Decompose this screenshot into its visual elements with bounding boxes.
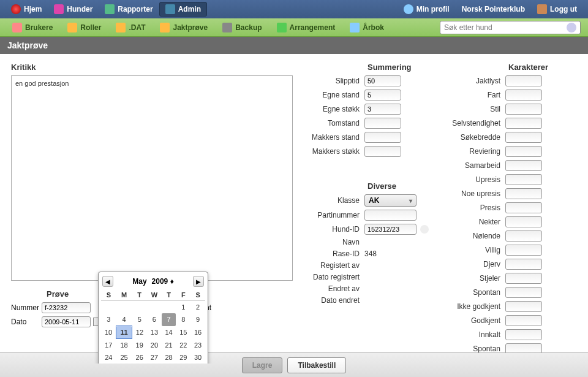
subnav-jaktprove[interactable]: Jaktprøve bbox=[153, 20, 215, 35]
karakter-input[interactable] bbox=[505, 273, 542, 284]
datepicker-table: SMTWTFS 12345678910111213141516171819202… bbox=[101, 289, 205, 364]
karakter-input[interactable] bbox=[505, 202, 542, 213]
datepicker-day[interactable]: 7 bbox=[162, 313, 176, 326]
nav-logout[interactable]: Logg ut bbox=[531, 2, 583, 17]
datepicker-day[interactable]: 27 bbox=[147, 351, 162, 364]
search-input[interactable] bbox=[444, 23, 567, 32]
datepicker-day[interactable]: 13 bbox=[147, 326, 162, 339]
datepicker-day[interactable]: 29 bbox=[176, 351, 190, 364]
karakter-input[interactable] bbox=[505, 89, 542, 101]
search-box[interactable] bbox=[440, 21, 581, 34]
nav-rapporter[interactable]: Rapporter bbox=[99, 2, 159, 17]
nav-hjem[interactable]: Hjem bbox=[5, 2, 48, 17]
datepicker-dow: F bbox=[176, 289, 190, 301]
karakter-label: Stil bbox=[447, 105, 505, 113]
karakter-input[interactable] bbox=[505, 287, 542, 298]
summering-input[interactable] bbox=[364, 118, 401, 129]
diverse-input[interactable] bbox=[364, 210, 417, 221]
nav-klub[interactable]: Norsk Pointerklub bbox=[456, 2, 531, 16]
datepicker-day[interactable]: 24 bbox=[101, 351, 116, 364]
karakter-input[interactable] bbox=[505, 118, 542, 129]
nav-profil[interactable]: Min profil bbox=[398, 2, 456, 17]
datepicker-day[interactable]: 15 bbox=[176, 326, 190, 339]
datepicker-day[interactable]: 1 bbox=[176, 301, 190, 314]
karakter-input[interactable] bbox=[505, 230, 542, 242]
datepicker-day[interactable]: 11 bbox=[116, 326, 132, 339]
dato-input[interactable] bbox=[42, 316, 91, 327]
datepicker-day[interactable]: 5 bbox=[132, 313, 147, 326]
datepicker-day[interactable]: 16 bbox=[190, 326, 205, 339]
summering-input[interactable] bbox=[364, 75, 401, 86]
karakter-input[interactable] bbox=[505, 188, 542, 199]
datepicker-day[interactable]: 30 bbox=[190, 351, 205, 364]
datepicker-day[interactable]: 26 bbox=[132, 351, 147, 364]
datepicker-day bbox=[101, 301, 116, 314]
reset-button[interactable]: Tilbakestill bbox=[287, 357, 346, 373]
karakter-label: Godkjent bbox=[447, 316, 505, 325]
datepicker-day[interactable]: 21 bbox=[162, 339, 176, 352]
datepicker-year[interactable]: 2009 bbox=[152, 277, 168, 286]
save-button[interactable]: Lagre bbox=[242, 357, 283, 373]
karakter-input[interactable] bbox=[505, 75, 542, 86]
karakter-input[interactable] bbox=[505, 259, 542, 270]
datepicker-day[interactable]: 14 bbox=[162, 326, 176, 339]
datepicker-day[interactable]: 9 bbox=[190, 313, 205, 326]
subnav-dat[interactable]: .DAT bbox=[108, 20, 153, 35]
karakter-input[interactable] bbox=[505, 245, 542, 256]
dog-icon bbox=[54, 4, 64, 14]
datepicker-day[interactable]: 23 bbox=[190, 339, 205, 352]
datepicker-dow: T bbox=[162, 289, 176, 301]
datepicker-day[interactable]: 17 bbox=[101, 339, 116, 352]
datepicker-day[interactable]: 4 bbox=[116, 313, 132, 326]
summering-input[interactable] bbox=[364, 132, 401, 143]
subnav-brukere[interactable]: Brukere bbox=[5, 20, 60, 35]
datepicker-day[interactable]: 10 bbox=[101, 326, 116, 339]
datepicker-day[interactable]: 28 bbox=[162, 351, 176, 364]
content-area: Kritikk en god prestasjon Prøve Nummer U… bbox=[0, 54, 588, 364]
datepicker-day[interactable]: 3 bbox=[101, 313, 116, 326]
nav-hunder[interactable]: Hunder bbox=[48, 2, 99, 17]
datepicker-next[interactable]: ▶ bbox=[193, 276, 204, 287]
subnav-arrangement[interactable]: Arrangement bbox=[270, 20, 343, 35]
bulb-icon bbox=[420, 225, 429, 234]
diverse-label: Registert av bbox=[306, 261, 364, 270]
karakter-input[interactable] bbox=[505, 329, 542, 340]
datepicker-day[interactable]: 22 bbox=[176, 339, 190, 352]
karakter-input[interactable] bbox=[505, 160, 542, 171]
datepicker-day[interactable]: 18 bbox=[116, 339, 132, 352]
subnav-backup[interactable]: Backup bbox=[215, 20, 269, 35]
karakter-input[interactable] bbox=[505, 315, 542, 326]
subnav-arbok[interactable]: Årbok bbox=[342, 20, 391, 35]
kritikk-textarea[interactable]: en god prestasjon bbox=[11, 75, 293, 281]
datepicker-day[interactable]: 2 bbox=[190, 301, 205, 314]
klasse-label: Klasse bbox=[306, 196, 364, 205]
subnav-roller[interactable]: Roller bbox=[60, 20, 108, 35]
datepicker-day[interactable]: 6 bbox=[147, 313, 162, 326]
karakter-input[interactable] bbox=[505, 104, 542, 115]
datepicker-day[interactable]: 25 bbox=[116, 351, 132, 364]
summering-input[interactable] bbox=[364, 89, 401, 101]
search-icon[interactable] bbox=[567, 23, 576, 32]
summering-input[interactable] bbox=[364, 104, 401, 115]
karakter-label: Fart bbox=[447, 91, 505, 99]
karakter-input[interactable] bbox=[505, 216, 542, 227]
karakter-label: Djerv bbox=[447, 260, 505, 268]
datepicker-day[interactable]: 8 bbox=[176, 313, 190, 326]
datepicker-day bbox=[147, 301, 162, 314]
datepicker-month[interactable]: May bbox=[132, 277, 146, 286]
datepicker-day[interactable]: 19 bbox=[132, 339, 147, 352]
datepicker-prev[interactable]: ◀ bbox=[102, 276, 113, 287]
karakter-input[interactable] bbox=[505, 132, 542, 143]
nummer-input[interactable] bbox=[42, 302, 91, 313]
summering-label: Slipptid bbox=[306, 77, 364, 85]
karakter-input[interactable] bbox=[505, 174, 542, 185]
karakter-input[interactable] bbox=[505, 146, 542, 157]
datepicker-day[interactable]: 12 bbox=[132, 326, 147, 339]
karakter-label: Nølende bbox=[447, 232, 505, 240]
nav-admin[interactable]: Admin bbox=[159, 2, 207, 17]
summering-input[interactable] bbox=[364, 146, 401, 157]
datepicker-day[interactable]: 20 bbox=[147, 339, 162, 352]
diverse-input[interactable] bbox=[364, 224, 417, 235]
karakter-input[interactable] bbox=[505, 301, 542, 312]
klasse-select[interactable]: AK bbox=[364, 194, 417, 207]
